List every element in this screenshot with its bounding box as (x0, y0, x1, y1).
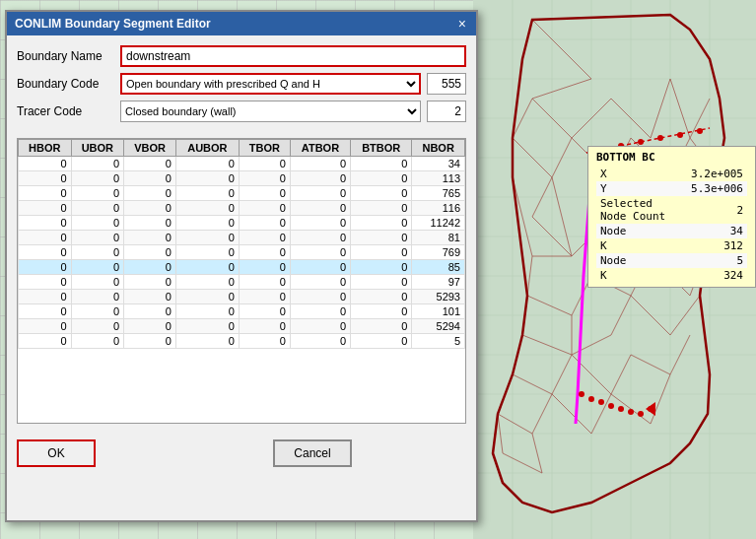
table-cell: 0 (239, 260, 290, 275)
boundary-code-label: Boundary Code (17, 77, 120, 91)
table-cell: 0 (175, 231, 239, 245)
table-cell: 0 (290, 319, 350, 334)
svg-point-86 (598, 399, 604, 405)
tracer-code-select[interactable]: Closed boundary (wall) (120, 101, 421, 122)
table-cell: 81 (412, 231, 465, 245)
table-row: 000000097 (19, 275, 465, 290)
tooltip-value: 5 (687, 253, 747, 268)
table-cell: 0 (19, 157, 72, 171)
boundary-name-input[interactable] (120, 45, 466, 67)
table-cell: 0 (19, 260, 72, 275)
table-cell: 0 (19, 319, 72, 334)
svg-point-83 (697, 128, 703, 134)
table-header: HBORUBORVBORAUBORTBORATBORBTBORNBOR (19, 140, 465, 157)
table-row: 0000000765 (19, 186, 465, 201)
boundary-code-select-wrap: Open boundary with prescribed Q and H (120, 73, 466, 95)
svg-point-85 (588, 396, 594, 402)
boundary-code-row: Boundary Code Open boundary with prescri… (17, 73, 466, 95)
tooltip-label: K (596, 238, 687, 253)
table-cell: 0 (351, 319, 412, 334)
table-row: 0000000113 (19, 171, 465, 186)
tooltip-value: 3.2e+005 (687, 167, 747, 181)
table-cell: 0 (124, 201, 176, 216)
table-cell: 0 (290, 304, 350, 319)
tooltip-row: Selected Node Count2 (596, 196, 747, 224)
svg-point-80 (638, 139, 644, 145)
boundary-code-number[interactable] (427, 73, 466, 95)
table-row: 00000005294 (19, 319, 465, 334)
table-cell: 5294 (412, 319, 465, 334)
table-cell: 0 (175, 304, 239, 319)
tooltip-value: 5.3e+006 (687, 181, 747, 196)
table-cell: 0 (19, 275, 72, 290)
table-cell: 0 (124, 275, 176, 290)
table-cell: 0 (351, 157, 412, 171)
close-button[interactable]: × (456, 17, 468, 31)
table-cell: 0 (71, 319, 124, 334)
table-cell: 0 (351, 275, 412, 290)
tooltip-box: BOTTOM BC X3.2e+005Y5.3e+006Selected Nod… (587, 146, 756, 288)
table-cell: 0 (351, 334, 412, 349)
tracer-code-number[interactable] (427, 101, 466, 122)
tooltip-value: 312 (687, 238, 747, 253)
svg-point-84 (579, 391, 584, 397)
table-row: 0000000116 (19, 201, 465, 216)
table-cell: 0 (290, 186, 350, 201)
table-cell: 0 (290, 334, 350, 349)
table-cell: 0 (19, 186, 72, 201)
table-cell: 0 (19, 201, 72, 216)
table-cell: 0 (290, 231, 350, 245)
tooltip-row: Y5.3e+006 (596, 181, 747, 196)
table-cell: 0 (351, 186, 412, 201)
table-cell: 0 (351, 201, 412, 216)
ok-button[interactable]: OK (17, 439, 96, 467)
table-row: 000000081 (19, 231, 465, 245)
table-cell: 0 (239, 171, 290, 186)
table-row: 00000005 (19, 334, 465, 349)
table-cell: 0 (19, 304, 72, 319)
table-cell: 0 (351, 290, 412, 304)
table-cell: 113 (412, 171, 465, 186)
table-cell: 0 (124, 304, 176, 319)
table-cell: 0 (239, 245, 290, 260)
table-cell: 0 (239, 216, 290, 231)
table-cell: 0 (19, 231, 72, 245)
table-cell: 0 (351, 304, 412, 319)
table-cell: 0 (239, 275, 290, 290)
table-cell: 0 (19, 216, 72, 231)
boundary-name-label: Boundary Name (17, 49, 120, 63)
table-cell: 0 (290, 171, 350, 186)
svg-point-82 (677, 132, 683, 138)
table-cell: 0 (124, 319, 176, 334)
tooltip-value: 34 (687, 224, 747, 238)
table-cell: 0 (239, 319, 290, 334)
table-cell: 0 (175, 260, 239, 275)
table-cell: 0 (351, 231, 412, 245)
boundary-code-select[interactable]: Open boundary with prescribed Q and H (120, 73, 421, 95)
table-cell: 0 (71, 216, 124, 231)
table-cell: 11242 (412, 216, 465, 231)
table-cell: 0 (175, 319, 239, 334)
column-header-btbor: BTBOR (351, 140, 412, 157)
table-cell: 0 (71, 171, 124, 186)
table-cell: 0 (19, 171, 72, 186)
table-cell: 34 (412, 157, 465, 171)
tooltip-label: K (596, 268, 687, 283)
table-cell: 0 (175, 245, 239, 260)
table-cell: 0 (71, 157, 124, 171)
table-cell: 0 (124, 290, 176, 304)
table-cell: 0 (124, 231, 176, 245)
table-cell: 0 (124, 334, 176, 349)
svg-point-81 (657, 135, 663, 141)
table-cell: 0 (124, 157, 176, 171)
svg-point-88 (618, 406, 624, 412)
table-cell: 0 (351, 171, 412, 186)
table-cell: 0 (124, 171, 176, 186)
data-table-container[interactable]: HBORUBORVBORAUBORTBORATBORBTBORNBOR 0000… (17, 138, 466, 424)
cancel-button[interactable]: Cancel (273, 439, 352, 467)
table-cell: 0 (239, 231, 290, 245)
table-cell: 0 (290, 290, 350, 304)
table-cell: 0 (239, 186, 290, 201)
table-cell: 0 (290, 157, 350, 171)
table-cell: 0 (239, 201, 290, 216)
